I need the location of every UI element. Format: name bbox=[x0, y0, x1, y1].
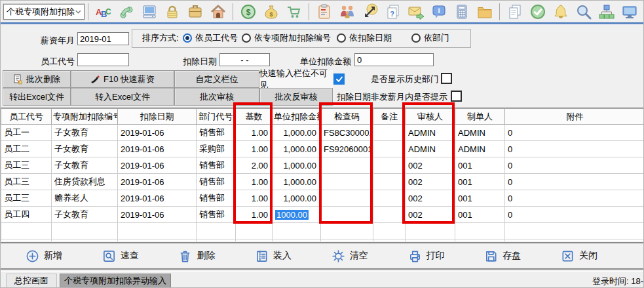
table-cell[interactable]: 赡养老人 bbox=[52, 190, 118, 207]
column-header[interactable]: 检查码 bbox=[321, 109, 373, 125]
table-cell[interactable] bbox=[505, 239, 644, 242]
table-cell[interactable]: 1,000.00 bbox=[273, 157, 321, 174]
sitemap-icon[interactable] bbox=[597, 3, 615, 20]
column-header[interactable]: 扣除日期 bbox=[118, 109, 197, 125]
table-cell[interactable] bbox=[236, 223, 273, 239]
table-cell[interactable]: 1,000.00 bbox=[273, 190, 321, 207]
table-cell[interactable]: 002 bbox=[406, 207, 455, 223]
sort-option-3[interactable]: 依扣除日期 bbox=[337, 32, 392, 44]
table-cell[interactable]: 住房贷款利息 bbox=[52, 174, 118, 190]
table-cell[interactable]: 1.00 bbox=[236, 174, 273, 190]
table-cell[interactable]: ADMIN bbox=[455, 125, 505, 141]
table-cell[interactable]: 1,000.00 bbox=[273, 174, 321, 190]
f10-quick-pay-button[interactable]: F10 快速薪资 bbox=[71, 70, 174, 88]
table-cell[interactable] bbox=[373, 141, 406, 157]
table-cell[interactable]: 采购部 bbox=[197, 141, 236, 157]
table-cell[interactable]: 0 bbox=[505, 174, 644, 190]
batch-unaudit-button[interactable]: 批次反审核 bbox=[259, 88, 333, 106]
search-icon[interactable] bbox=[575, 3, 592, 20]
table-cell[interactable] bbox=[273, 239, 321, 242]
tab-tax-deduction-input[interactable]: 个税专项附加扣除异动输入 bbox=[60, 274, 171, 288]
table-cell[interactable]: 员工四 bbox=[1, 207, 52, 223]
table-cell[interactable] bbox=[455, 239, 505, 242]
column-header[interactable]: 基数 bbox=[236, 109, 273, 125]
sort-option-1[interactable]: 依员工代号 bbox=[183, 32, 238, 44]
clear-button[interactable]: 清空 bbox=[331, 249, 368, 263]
briefcase-icon[interactable] bbox=[186, 3, 204, 20]
table-cell[interactable] bbox=[373, 125, 406, 141]
table-cell[interactable]: 子女教育 bbox=[52, 207, 118, 223]
table-cell[interactable]: 0 bbox=[505, 157, 644, 174]
table-cell[interactable]: 0 bbox=[505, 141, 644, 157]
unit-amount-input[interactable] bbox=[354, 53, 434, 66]
table-cell[interactable] bbox=[373, 207, 406, 223]
table-cell[interactable]: 员工三 bbox=[1, 157, 52, 174]
table-cell[interactable] bbox=[455, 223, 505, 239]
editing-cell-selected-text[interactable]: 1000.00 bbox=[275, 210, 309, 220]
lock-icon[interactable] bbox=[163, 3, 181, 20]
table-cell[interactable]: 销售部 bbox=[197, 190, 236, 207]
table-cell[interactable]: 2019-01-06 bbox=[118, 174, 197, 190]
table-cell[interactable] bbox=[406, 223, 455, 239]
table-cell[interactable]: 销售部 bbox=[197, 207, 236, 223]
table-cell[interactable]: 1.00 bbox=[236, 207, 273, 223]
shopping-cart-icon[interactable] bbox=[285, 3, 303, 20]
table-cell[interactable] bbox=[197, 223, 236, 239]
check-circle-icon[interactable] bbox=[529, 3, 546, 20]
column-header[interactable]: 专项附加扣除编号 bbox=[52, 109, 118, 125]
table-cell[interactable] bbox=[406, 239, 455, 242]
table-cell[interactable] bbox=[52, 239, 118, 242]
quick-search-button[interactable]: 速查 bbox=[102, 249, 139, 263]
info-bubble-icon[interactable]: i bbox=[430, 3, 447, 20]
table-cell[interactable] bbox=[321, 223, 373, 239]
money-bag-icon[interactable]: $ bbox=[262, 3, 280, 20]
bell-icon[interactable] bbox=[552, 3, 569, 20]
abc-icon[interactable]: ABC bbox=[94, 3, 112, 20]
prompt-checkbox[interactable] bbox=[451, 91, 462, 102]
import-excel-button[interactable]: 转入Excel文件 bbox=[71, 88, 174, 106]
column-header[interactable]: 备注 bbox=[373, 109, 406, 125]
table-cell[interactable]: 员工一 bbox=[1, 125, 52, 141]
copy-docs-icon[interactable] bbox=[506, 3, 523, 20]
table-cell[interactable]: 子女教育 bbox=[52, 125, 118, 141]
question-doc-icon[interactable]: ? bbox=[384, 3, 402, 20]
module-dropdown[interactable]: 个税专项附加扣除异 bbox=[3, 4, 85, 20]
table-cell[interactable] bbox=[273, 223, 321, 239]
table-cell[interactable] bbox=[197, 239, 236, 242]
table-cell[interactable] bbox=[52, 223, 118, 239]
table-cell[interactable]: 002 bbox=[406, 174, 455, 190]
column-header[interactable]: 审核人 bbox=[406, 109, 455, 125]
table-cell[interactable]: 2019-01-06 bbox=[118, 125, 197, 141]
column-header[interactable]: 附件 bbox=[505, 109, 644, 125]
table-cell[interactable]: ADMIN bbox=[455, 141, 505, 157]
table-cell[interactable]: 员工二 bbox=[1, 141, 52, 157]
home-icon[interactable] bbox=[209, 3, 227, 20]
folder-icon[interactable] bbox=[476, 3, 493, 20]
table-cell[interactable]: 1.00 bbox=[236, 141, 273, 157]
table-cell[interactable]: 1.00 bbox=[236, 125, 273, 141]
table-cell[interactable]: 子女教育 bbox=[52, 141, 118, 157]
table-cell[interactable] bbox=[1, 223, 52, 239]
table-cell[interactable]: 2019-01-06 bbox=[118, 207, 197, 223]
table-cell[interactable]: 2019-01-06 bbox=[118, 157, 197, 174]
table-cell[interactable] bbox=[373, 223, 406, 239]
sort-option-2[interactable]: 依专项附加扣除编号 bbox=[242, 32, 331, 44]
save-button[interactable]: 存盘 bbox=[484, 249, 521, 263]
table-cell[interactable]: ADMIN bbox=[406, 125, 455, 141]
table-cell[interactable]: 销售部 bbox=[197, 157, 236, 174]
batch-delete-button[interactable]: 批次删除 bbox=[3, 70, 71, 88]
export-excel-button[interactable]: 转出Excel文件 bbox=[3, 88, 71, 106]
table-cell[interactable]: 0 bbox=[505, 207, 644, 223]
load-button[interactable]: 装入 bbox=[255, 249, 292, 263]
tab-main-console[interactable]: 总控画面 bbox=[6, 274, 57, 288]
table-cell[interactable]: 2019-01-06 bbox=[118, 141, 197, 157]
table-cell[interactable] bbox=[118, 239, 197, 242]
monitor-icon[interactable] bbox=[620, 3, 638, 20]
column-header[interactable]: 部门代号 bbox=[197, 109, 236, 125]
table-cell[interactable]: FS8C300001 bbox=[321, 125, 373, 141]
family-icon[interactable] bbox=[338, 3, 356, 20]
table-cell[interactable]: 1,000.00 bbox=[273, 125, 321, 141]
table-cell[interactable]: 002 bbox=[406, 157, 455, 174]
table-cell[interactable] bbox=[321, 174, 373, 190]
column-header[interactable]: 员工代号 bbox=[1, 109, 52, 125]
